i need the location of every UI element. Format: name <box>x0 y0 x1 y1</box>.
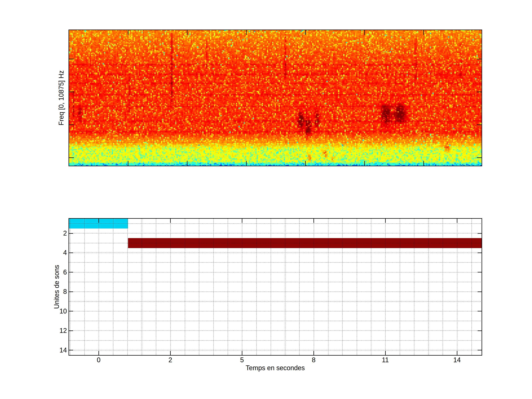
timeline-x-axis-label: Temps en secondes <box>246 364 305 372</box>
grid-line-horizontal <box>69 291 481 292</box>
x-tick-label: 14 <box>453 356 461 364</box>
x-tick-top <box>98 219 99 223</box>
grid-line-vertical <box>127 219 128 355</box>
y-tick-label: 10 <box>45 308 67 315</box>
grid-line-horizontal <box>69 350 481 350</box>
grid-line-vertical <box>400 219 400 355</box>
x-tick-top <box>313 219 314 223</box>
y-tick-left <box>69 330 73 331</box>
grid-line-vertical <box>314 219 314 355</box>
grid-line-vertical <box>328 219 329 355</box>
grid-line-horizontal <box>69 272 481 272</box>
grid-line-horizontal <box>69 330 481 331</box>
spec-x-tick-top <box>364 30 365 35</box>
y-tick-label: 2 <box>45 230 67 237</box>
spec-y-tick-left <box>69 125 74 125</box>
y-tick-label: 4 <box>45 249 67 256</box>
x-tick-top <box>242 219 242 223</box>
x-tick-bottom <box>385 351 386 355</box>
y-tick-right <box>477 272 481 272</box>
spec-x-tick-top <box>423 30 424 35</box>
grid-line-horizontal <box>69 262 481 263</box>
y-tick-right <box>477 311 481 311</box>
x-tick-label: 5 <box>240 356 244 364</box>
grid-line-vertical <box>113 219 114 355</box>
timeline-plot-area <box>69 219 481 355</box>
y-tick-left <box>69 350 73 350</box>
x-tick-bottom <box>242 351 242 355</box>
x-tick-bottom <box>98 351 99 355</box>
y-tick-right <box>477 350 481 350</box>
matlab-figure: Freq [0, 10875] Hz Unites de sons Temps … <box>0 0 532 399</box>
grid-line-horizontal <box>69 233 481 234</box>
y-tick-left <box>69 272 73 272</box>
spec-y-tick-right <box>477 125 481 125</box>
spec-x-tick-bottom <box>246 161 247 166</box>
spec-x-tick-bottom <box>305 161 306 166</box>
x-tick-label: 11 <box>382 356 389 364</box>
grid-line-vertical <box>471 219 472 355</box>
x-tick-label: 2 <box>168 356 172 364</box>
grid-line-vertical <box>185 219 185 355</box>
y-tick-label: 6 <box>45 269 67 276</box>
grid-line-vertical <box>213 219 214 355</box>
grid-line-vertical <box>428 219 429 355</box>
grid-line-vertical <box>457 219 457 355</box>
timeline-axes <box>69 218 482 356</box>
spectrogram-y-axis-label: Freq [0, 10875] Hz <box>57 70 65 126</box>
grid-line-horizontal <box>69 253 481 253</box>
spec-y-tick-left <box>69 59 74 59</box>
grid-line-vertical <box>170 219 171 355</box>
grid-line-vertical <box>84 219 85 355</box>
y-tick-left <box>69 253 73 253</box>
grid-line-vertical <box>285 219 285 355</box>
spec-y-tick-left <box>69 157 74 158</box>
x-tick-bottom <box>313 351 314 355</box>
grid-line-vertical <box>199 219 199 355</box>
spectrogram-plot-area <box>69 30 481 166</box>
grid-line-horizontal <box>69 223 481 224</box>
x-tick-top <box>170 219 171 223</box>
x-tick-bottom <box>457 351 457 355</box>
grid-line-horizontal <box>69 301 481 302</box>
x-tick-top <box>385 219 386 223</box>
grid-line-horizontal <box>69 243 481 243</box>
grid-line-vertical <box>99 219 99 355</box>
spec-x-tick-bottom <box>187 161 188 166</box>
grid-line-horizontal <box>69 311 481 311</box>
grid-line-horizontal <box>69 282 481 282</box>
grid-line-vertical <box>242 219 242 355</box>
spec-x-tick-bottom <box>423 161 424 166</box>
spec-x-tick-bottom <box>364 161 365 166</box>
y-tick-label: 8 <box>45 288 67 295</box>
spec-x-tick-top <box>128 30 128 35</box>
spectrogram-axes <box>69 30 482 166</box>
y-tick-left <box>69 233 73 234</box>
grid-line-vertical <box>142 219 142 355</box>
grid-line-vertical <box>443 219 443 355</box>
grid-line-vertical <box>156 219 156 355</box>
spectrogram-image <box>69 30 481 166</box>
x-tick-bottom <box>170 351 171 355</box>
grid-line-vertical <box>385 219 386 355</box>
grid-line-vertical <box>357 219 357 355</box>
grid-line-vertical <box>70 219 70 355</box>
grid-line-vertical <box>256 219 257 355</box>
spec-x-tick-top <box>187 30 188 35</box>
spec-x-tick-top <box>305 30 306 35</box>
grid-line-horizontal <box>69 321 481 321</box>
y-tick-right <box>477 330 481 331</box>
grid-line-horizontal <box>69 340 481 341</box>
x-tick-label: 8 <box>312 356 316 364</box>
y-tick-label: 12 <box>45 327 67 334</box>
y-tick-right <box>477 233 481 234</box>
spec-y-tick-left <box>69 92 74 92</box>
grid-line-vertical <box>228 219 228 355</box>
grid-line-vertical <box>342 219 343 355</box>
y-tick-right <box>477 291 481 292</box>
spec-y-tick-right <box>477 59 481 59</box>
y-tick-left <box>69 291 73 292</box>
grid-line-vertical <box>414 219 414 355</box>
spec-y-tick-right <box>477 157 481 158</box>
spec-x-tick-bottom <box>128 161 128 166</box>
